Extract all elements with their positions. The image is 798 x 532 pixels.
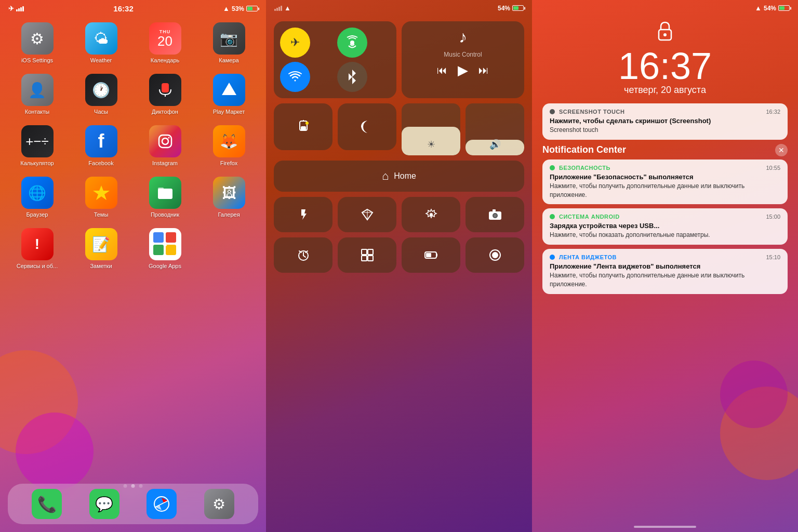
camera-label: Камера (219, 57, 238, 63)
home-button[interactable]: ⌂ Home (274, 161, 524, 192)
scan-button[interactable] (338, 237, 396, 273)
music-next-button[interactable]: ⏭ (478, 64, 489, 76)
airplane-toggle[interactable]: ✈ (280, 28, 310, 58)
notif-center-close-button[interactable]: ✕ (775, 144, 788, 156)
app-calc[interactable]: +−÷ Калькулятор (10, 125, 64, 166)
notes-icon: 📝 (85, 228, 117, 260)
music-note-icon: ♪ (459, 28, 467, 47)
app-clock[interactable]: 🕐 Часы (74, 74, 128, 115)
camera-quick-button[interactable] (466, 197, 524, 232)
camera-icon: 📷 (213, 22, 245, 55)
dock-safari[interactable] (147, 489, 177, 519)
brightness-slider[interactable]: ☀ (402, 103, 460, 155)
volume-slider[interactable]: 🔊 (466, 103, 524, 155)
app-firefox[interactable]: 🦊 Firefox (202, 125, 256, 166)
instagram-label: Instagram (152, 160, 178, 166)
flashlight-button[interactable] (274, 197, 332, 232)
battery-icon-2 (512, 5, 524, 11)
status-bar-3: ▲ 54% (532, 0, 798, 16)
instagram-icon (149, 125, 181, 157)
hotspot-toggle[interactable] (337, 28, 367, 58)
app-voice[interactable]: Диктофон (138, 74, 192, 115)
voice-label: Диктофон (152, 109, 178, 115)
voice-icon (149, 74, 181, 106)
cc-music-section: ♪ Music Control ⏮ ▶ ⏭ (402, 21, 524, 98)
app-contacts[interactable]: 👤 Контакты (10, 74, 64, 115)
svg-rect-39 (436, 254, 437, 257)
svg-rect-35 (362, 256, 367, 261)
home-icon: ⌂ (382, 169, 389, 183)
app-google[interactable]: + Google Apps (138, 228, 192, 269)
android-title: Зарядка устройства через USB... (550, 222, 780, 230)
cc-toggles: ✈ (280, 28, 390, 92)
weather-icon: 🌤 (85, 22, 117, 55)
screenshot-time: 16:32 (766, 109, 780, 115)
notes-label: Заметки (90, 263, 112, 269)
app-ios-settings[interactable]: ⚙ iOS Settings (10, 22, 64, 63)
clock-icon: 🕐 (85, 74, 117, 106)
svg-point-16 (350, 41, 354, 45)
night-mode-toggle[interactable] (338, 103, 396, 150)
app-gallery[interactable]: 🖼 Галерея (202, 177, 256, 218)
app-appstore[interactable]: Play Маркет (202, 74, 256, 115)
gallery-icon: 🖼 (213, 177, 245, 209)
brightness-icon: ☀ (427, 139, 435, 150)
status-left-2: ▲ (274, 4, 291, 12)
app-browser[interactable]: 🌐 Браузер (10, 177, 64, 218)
facebook-icon: f (85, 125, 117, 157)
app-services[interactable]: ! Сервисы и об... (10, 228, 64, 269)
location-button[interactable] (338, 197, 396, 232)
app-weather[interactable]: 🌤 Weather (74, 22, 128, 63)
bluetooth-toggle[interactable] (337, 62, 367, 92)
music-play-button[interactable]: ▶ (458, 62, 468, 78)
app-camera[interactable]: 📷 Камера (202, 22, 256, 63)
widgets-notif-header: ЛЕНТА ВИДЖЕТОВ 15:10 (550, 254, 780, 260)
screenshot-notification[interactable]: SCREENSHOT TOUCH 16:32 Нажмите, чтобы сд… (542, 103, 788, 140)
lock-time: 16:37 (542, 47, 788, 85)
app-facebook[interactable]: f Facebook (74, 125, 128, 166)
app-calendar[interactable]: THU 20 Календарь (138, 22, 192, 63)
record-button[interactable] (466, 237, 524, 273)
status-right-1: ▲ 53% (223, 5, 258, 12)
svg-rect-0 (162, 83, 169, 92)
app-files[interactable]: Проводник (138, 177, 192, 218)
svg-rect-36 (368, 256, 373, 261)
svg-rect-9 (153, 245, 164, 255)
battery-button[interactable] (402, 237, 460, 273)
alarm-button[interactable] (274, 237, 332, 273)
home-screen-panel: ✈ 16:32 ▲ 53% ⚙ iOS Settings (0, 0, 266, 532)
app-themes[interactable]: Темы (74, 177, 128, 218)
svg-rect-8 (166, 232, 176, 243)
security-notification[interactable]: БЕЗОПАСНОСТЬ 10:55 Приложение "Безопасно… (542, 159, 788, 205)
dock-settings[interactable]: ⚙ (204, 489, 234, 519)
control-center-content: ✈ (266, 16, 532, 278)
contacts-icon: 👤 (21, 74, 54, 106)
security-title: Приложение "Безопасность" выполняется (550, 173, 780, 181)
app-instagram[interactable]: Instagram (138, 125, 192, 166)
svg-line-15 (155, 501, 168, 507)
android-notif-header: СИСТЕМА ANDROID 15:00 (550, 214, 780, 220)
services-label: Сервисы и об... (17, 263, 58, 269)
weather-label: Weather (90, 57, 112, 63)
music-prev-button[interactable]: ⏮ (437, 64, 447, 76)
screenshot-app: SCREENSHOT TOUCH (559, 109, 624, 115)
bottom-bar-indicator (634, 526, 696, 528)
svg-rect-10 (166, 245, 176, 255)
dock-messages[interactable]: 💬 (89, 489, 119, 519)
status-bar-2: ▲ 54% (266, 0, 532, 16)
google-icon: + (149, 228, 181, 260)
svg-point-43 (663, 33, 667, 36)
svg-text:+: + (163, 242, 167, 249)
settings-quick-button[interactable] (402, 197, 460, 232)
android-notification[interactable]: СИСТЕМА ANDROID 15:00 Зарядка устройства… (542, 208, 788, 245)
contacts-label: Контакты (25, 109, 50, 115)
status-right-2: 54% (498, 5, 524, 12)
dock-phone[interactable]: 📞 (32, 489, 62, 519)
status-bar-1: ✈ 16:32 ▲ 53% (0, 0, 266, 17)
widgets-notification[interactable]: ЛЕНТА ВИДЖЕТОВ 15:10 Приложение "Лента в… (542, 249, 788, 294)
orientation-lock-toggle[interactable] (274, 103, 332, 150)
phone-icon: 📞 (32, 489, 62, 519)
app-notes[interactable]: 📝 Заметки (74, 228, 128, 269)
wifi-toggle[interactable] (280, 62, 310, 92)
volume-icon: 🔊 (489, 139, 501, 150)
